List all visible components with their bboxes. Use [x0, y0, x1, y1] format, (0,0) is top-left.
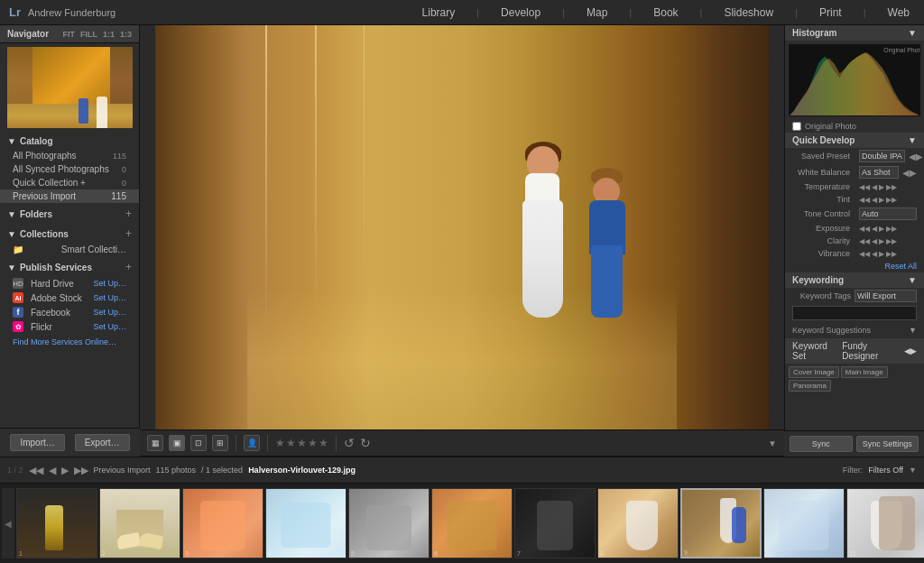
publish-add[interactable]: + [125, 261, 132, 273]
clarity-dec-big[interactable]: ◀◀ [859, 237, 870, 245]
folders-add[interactable]: + [125, 208, 132, 220]
quick-develop-header[interactable]: Quick Develop ▼ [785, 133, 924, 148]
fill-btn[interactable]: FILL [80, 30, 97, 39]
reset-all-btn[interactable]: Reset All [884, 262, 917, 271]
exp-dec-big[interactable]: ◀◀ [859, 225, 870, 233]
keywording-header[interactable]: Keywording ▼ [785, 272, 924, 288]
thumb-1[interactable]: 1 [16, 488, 97, 558]
exp-inc-big[interactable]: ▶▶ [886, 225, 897, 233]
catalog-header[interactable]: ▼ Catalog [0, 132, 139, 149]
rotate-left-btn[interactable]: ↺ [344, 436, 355, 450]
scroll-left-arrow[interactable]: ◀ [2, 488, 14, 558]
survey-view-btn[interactable]: ⊞ [212, 435, 228, 451]
folders-header[interactable]: ▼ Folders + [0, 203, 139, 223]
publish-adobe-stock[interactable]: Ai Adobe Stock Set Up… [0, 291, 139, 305]
keyword-input[interactable] [792, 306, 917, 320]
wb-arrows[interactable]: ◀▶ [902, 168, 917, 178]
thumb-10[interactable]: 10 [763, 488, 845, 558]
hd-setup[interactable]: Set Up… [93, 279, 126, 288]
navigator-header[interactable]: Navigator FIT FILL 1:1 1:3 [0, 25, 139, 43]
nav-print[interactable]: Print [814, 5, 847, 21]
nav-develop[interactable]: Develop [495, 5, 546, 21]
publish-flickr[interactable]: ✿ Flickr Set Up… [0, 319, 139, 334]
1to1-btn[interactable]: 1:1 [103, 30, 115, 39]
toolbar-extra-btn[interactable]: ▼ [768, 438, 777, 448]
temp-inc-big[interactable]: ▶▶ [886, 183, 897, 191]
catalog-synced-photos[interactable]: All Synced Photographs 0 [0, 162, 139, 176]
rotate-right-btn[interactable]: ↻ [360, 436, 371, 450]
keyword-set-arrows[interactable]: ◀▶ [904, 346, 917, 355]
nav-map[interactable]: Map [581, 5, 613, 21]
grid-view-btn[interactable]: ▦ [147, 435, 163, 451]
thumb-6[interactable]: 6 [431, 488, 513, 558]
thumb-2[interactable]: 2 [99, 488, 180, 558]
tint-dec-big[interactable]: ◀◀ [859, 196, 870, 204]
navigator-thumbnail[interactable] [7, 47, 133, 128]
fs-next-next[interactable]: ▶▶ [74, 465, 88, 476]
temp-dec[interactable]: ◀ [872, 183, 877, 191]
main-image-btn[interactable]: Main Image [841, 366, 888, 378]
vibrance-dec[interactable]: ◀ [872, 250, 877, 258]
adobe-setup[interactable]: Set Up… [93, 293, 126, 302]
smart-collection[interactable]: 📁 Smart Collecti… [0, 243, 139, 256]
cover-image-btn[interactable]: Cover Image [789, 366, 839, 378]
vibrance-inc[interactable]: ▶ [879, 250, 884, 258]
fit-btn[interactable]: FIT [62, 30, 75, 39]
catalog-quick-collection[interactable]: Quick Collection + 0 [0, 176, 139, 189]
clarity-inc-big[interactable]: ▶▶ [886, 237, 897, 245]
nav-slideshow[interactable]: Slideshow [718, 5, 779, 21]
flickr-setup[interactable]: Set Up… [93, 322, 126, 331]
thumb-7[interactable]: 7 [514, 488, 596, 558]
white-balance-select[interactable]: As Shot [859, 166, 899, 179]
star-2[interactable]: ★ [286, 437, 296, 449]
vibrance-dec-big[interactable]: ◀◀ [859, 250, 870, 258]
thumb-4[interactable]: 4 [265, 488, 346, 558]
vibrance-inc-big[interactable]: ▶▶ [886, 250, 897, 258]
saved-preset-select[interactable]: Double IPA [859, 150, 905, 162]
histogram-header[interactable]: Histogram ▼ [785, 25, 924, 41]
temp-dec-big[interactable]: ◀◀ [859, 183, 870, 191]
saved-preset-arrows[interactable]: ◀▶ [909, 152, 923, 162]
tint-inc[interactable]: ▶ [879, 196, 884, 204]
publish-facebook[interactable]: f Facebook Set Up… [0, 305, 139, 319]
thumb-9-selected[interactable]: 9 [680, 488, 762, 558]
fs-prev-prev[interactable]: ◀◀ [29, 465, 43, 476]
tint-inc-big[interactable]: ▶▶ [886, 196, 897, 204]
collections-add[interactable]: + [125, 227, 132, 240]
fs-next[interactable]: ▶ [61, 465, 69, 476]
temp-inc[interactable]: ▶ [879, 183, 884, 191]
tint-dec[interactable]: ◀ [872, 196, 877, 204]
clarity-dec[interactable]: ◀ [872, 237, 877, 245]
import-button[interactable]: Import… [10, 434, 64, 451]
tone-control-select[interactable]: Auto [859, 208, 917, 220]
compare-view-btn[interactable]: ⊡ [190, 435, 207, 451]
catalog-all-photographs[interactable]: All Photographs 115 [0, 149, 139, 162]
panorama-btn[interactable]: Panorama [789, 380, 831, 392]
star-3[interactable]: ★ [297, 437, 307, 449]
nav-web[interactable]: Web [882, 5, 915, 21]
thumb-5[interactable]: 5 [348, 488, 430, 558]
publish-services-header[interactable]: ▼ Publish Services + [0, 256, 139, 276]
people-view-btn[interactable]: 👤 [244, 435, 260, 451]
nav-library[interactable]: Library [417, 5, 461, 21]
clarity-inc[interactable]: ▶ [879, 237, 884, 245]
star-1[interactable]: ★ [275, 437, 285, 449]
collections-header[interactable]: ▼ Collections + [0, 223, 139, 243]
fb-setup[interactable]: Set Up… [93, 308, 126, 317]
sync-button[interactable]: Sync [790, 436, 853, 452]
star-5[interactable]: ★ [319, 437, 328, 449]
loupe-view-btn[interactable]: ▣ [169, 435, 185, 451]
star-4[interactable]: ★ [308, 437, 318, 449]
catalog-previous-import[interactable]: Previous Import 115 [0, 189, 139, 203]
exp-dec[interactable]: ◀ [872, 225, 877, 233]
filter-arrow[interactable]: ▼ [909, 466, 917, 475]
thumb-8[interactable]: 8 [597, 488, 679, 558]
publish-hard-drive[interactable]: HD Hard Drive Set Up… [0, 276, 139, 291]
fs-prev[interactable]: ◀ [49, 465, 56, 476]
find-more-services[interactable]: Find More Services Online… [0, 334, 139, 350]
thumb-3[interactable]: 3 [182, 488, 263, 558]
keyword-tags-select[interactable]: Will Export [855, 290, 917, 302]
original-photo-checkbox[interactable] [792, 122, 801, 131]
thumb-11[interactable]: 11 [846, 488, 924, 558]
export-button[interactable]: Export… [75, 434, 130, 451]
